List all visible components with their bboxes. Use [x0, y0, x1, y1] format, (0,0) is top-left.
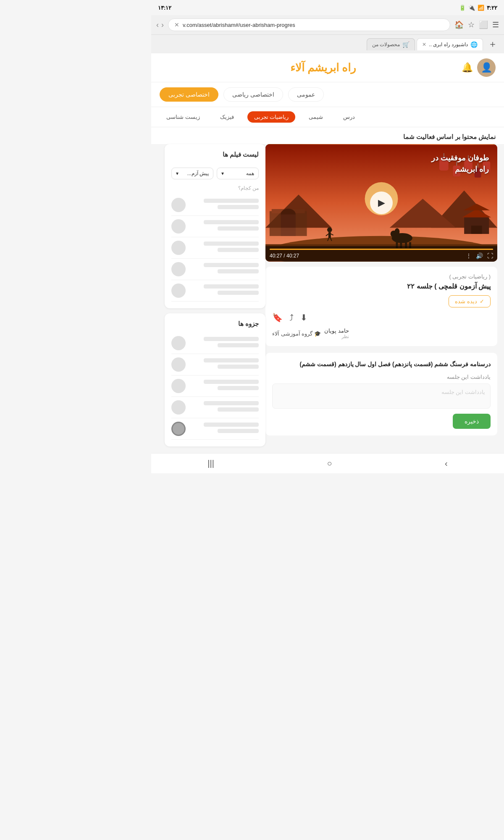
forward-arrow-icon[interactable]: ›: [156, 21, 159, 29]
share-icon[interactable]: ⤴: [289, 313, 294, 323]
category-tabs: عمومی اختصاصی ریاضی اختصاصی تجربی: [151, 82, 504, 107]
status-left: ۳:۲۲ 📶 🔌 🔋: [459, 5, 497, 11]
home-nav-icon[interactable]: ○: [327, 459, 332, 468]
list-item[interactable]: [171, 333, 259, 354]
subj-tab-chemistry[interactable]: شیمی: [302, 111, 330, 123]
menu-icon[interactable]: ☰: [492, 20, 499, 29]
signal-icon: 📶: [478, 5, 484, 11]
recents-nav-icon[interactable]: |||: [207, 459, 214, 468]
filter-select-all[interactable]: همه ▾: [217, 168, 259, 179]
chevron-down-icon-2: ▾: [176, 171, 178, 176]
play-button[interactable]: ▶: [370, 192, 393, 214]
notification-bell-icon[interactable]: 🔔: [462, 62, 473, 73]
svg-point-30: [395, 228, 400, 236]
skeleton-line: [218, 226, 259, 231]
second-content-title: درسنامه فرسنگ ششم (قسمت پانزدهم) فصل اول…: [272, 360, 491, 369]
subj-tab-math-experimental[interactable]: ریاضیات تجربی: [247, 111, 296, 123]
subj-tab-biology[interactable]: زیست شناسی: [160, 111, 207, 123]
list-item-lines: [190, 263, 259, 276]
bottom-nav: › ○ |||: [151, 453, 504, 473]
list-item[interactable]: [171, 216, 259, 237]
filter-all-label: همه: [246, 171, 254, 176]
list-item[interactable]: [171, 280, 259, 302]
subj-tab-dars[interactable]: درس: [336, 111, 362, 123]
cat-tab-general[interactable]: عمومی: [288, 87, 324, 102]
list-item-lines: [190, 380, 259, 392]
fullscreen-icon[interactable]: ⛶: [487, 252, 493, 259]
content-subject: ( ریاضیات تجربی ): [272, 273, 491, 280]
list-item-lines: [190, 358, 259, 371]
skeleton-line: [204, 242, 259, 246]
films-list: [171, 194, 259, 302]
skeleton-circle: [171, 198, 186, 212]
home-icon[interactable]: 🏠: [454, 20, 464, 29]
back-nav-icon[interactable]: ›: [445, 459, 448, 468]
list-item[interactable]: [171, 237, 259, 259]
url-text: v.com/asset/abrisham#/user-abrisham-prog…: [183, 22, 295, 28]
skeleton-circle: [171, 400, 186, 415]
content-info: ( ریاضیات تجربی ) پیش آزمون قلمچی ) جلسه…: [265, 267, 497, 346]
address-bar[interactable]: ✕ v.com/asset/abrisham#/user-abrisham-pr…: [168, 18, 450, 31]
filter-select-type[interactable]: پیش آزم... ▾: [171, 168, 213, 179]
other-tab-favicon: 🛒: [402, 41, 410, 48]
active-tab[interactable]: 🌐 داشبورد راه ابری .. ✕: [417, 38, 483, 50]
bookmark-icon[interactable]: ☆: [468, 20, 475, 29]
skeleton-line: [204, 284, 259, 289]
content-title: پیش آزمون قلمچی ) جلسه ۲۲: [272, 282, 491, 290]
video-progress-bar[interactable]: [270, 249, 493, 250]
app-logo: راه ابریشم آلاء: [290, 61, 356, 74]
cat-tab-experimental[interactable]: اختصاصی تجربی: [160, 87, 218, 102]
volume-icon[interactable]: 🔊: [476, 252, 483, 259]
bookmark-action-icon[interactable]: 🔖: [272, 312, 283, 323]
list-item[interactable]: [171, 259, 259, 280]
tab-switcher-icon[interactable]: ⬜: [479, 20, 488, 29]
video-background: طوفان موفقیت در راه ابریشم ▶: [265, 144, 497, 262]
list-item[interactable]: [171, 397, 259, 418]
skeleton-circle: [171, 241, 186, 255]
skeleton-line: [218, 269, 259, 273]
sidebar-films-card: لیست فیلم ها همه ▾ پیش آزم... ▾ من کجام؟: [165, 144, 265, 308]
skeleton-line: [218, 343, 259, 347]
activity-label: نمایش محتوا بر اساس فعالیت شما: [151, 127, 504, 144]
list-item[interactable]: [171, 194, 259, 216]
list-item[interactable]: [171, 418, 259, 440]
current-time: ۱۳:۱۲: [158, 5, 171, 11]
tab-favicon: 🌐: [470, 41, 478, 48]
skeleton-line: [218, 386, 259, 390]
chevron-down-icon: ▾: [221, 171, 224, 176]
org-icon: 🎓: [314, 331, 321, 337]
teacher-info: حامد پویان نظر 🎓 گروه آموزشی آلاء: [272, 328, 491, 339]
main-content: طوفان موفقیت در راه ابریشم ▶ ⛶ 🔊 ⋮: [151, 144, 504, 453]
filter-row: همه ▾ پیش آزم... ▾: [171, 168, 259, 179]
content-panel: طوفان موفقیت در راه ابریشم ▶ ⛶ 🔊 ⋮: [265, 144, 497, 446]
new-tab-button[interactable]: ＋: [485, 36, 501, 52]
skeleton-line: [204, 380, 259, 384]
skeleton-line: [218, 291, 259, 295]
other-tab[interactable]: 🛒 محصولات من: [367, 38, 415, 50]
note-textarea[interactable]: یادداشت این جلسه: [272, 383, 491, 409]
back-arrow-icon[interactable]: ‹: [161, 21, 164, 29]
cat-tab-math[interactable]: اختصاصی ریاضی: [223, 87, 283, 102]
list-item[interactable]: [171, 354, 259, 375]
teacher-org: 🎓 گروه آموزشی آلاء: [272, 331, 321, 337]
clear-icon[interactable]: ✕: [174, 21, 179, 28]
list-item[interactable]: [171, 375, 259, 397]
other-tab-label: محصولات من: [372, 42, 400, 47]
video-container[interactable]: طوفان موفقیت در راه ابریشم ▶ ⛶ 🔊 ⋮: [265, 144, 497, 262]
tab-close-icon[interactable]: ✕: [422, 42, 426, 47]
subj-tab-physics[interactable]: فیزیک: [213, 111, 241, 123]
filter-type-label: پیش آزم...: [187, 171, 209, 176]
video-control-icons: ⛶ 🔊 ⋮: [466, 252, 493, 259]
list-item-lines: [190, 199, 259, 211]
skeleton-line: [218, 248, 259, 252]
avatar[interactable]: 👤: [477, 58, 496, 77]
skeleton-circle: [171, 379, 186, 393]
teacher-label: نظر: [324, 334, 349, 339]
subject-tabs: درس شیمی ریاضیات تجربی فیزیک زیست شناسی: [151, 107, 504, 127]
download-icon[interactable]: ⬇: [300, 312, 307, 323]
jozve-list: [171, 333, 259, 440]
watched-badge[interactable]: ✓ دیده شده: [449, 295, 491, 307]
list-item-lines: [190, 337, 259, 349]
more-icon[interactable]: ⋮: [466, 252, 472, 259]
save-button[interactable]: ذخیره: [453, 414, 491, 429]
